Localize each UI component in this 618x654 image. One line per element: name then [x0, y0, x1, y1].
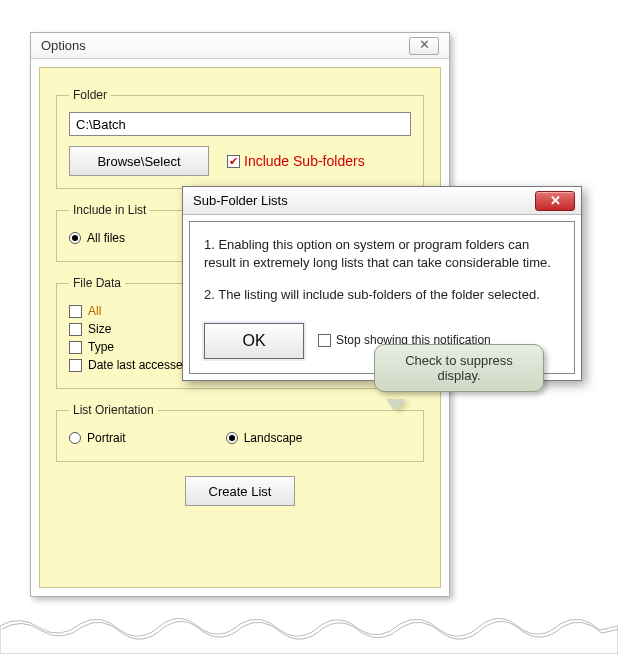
landscape-radio[interactable]: Landscape — [226, 431, 303, 445]
callout-text: Check to suppress display. — [405, 353, 513, 383]
radio-icon — [69, 432, 81, 444]
include-subfolders-checkbox[interactable]: Include Sub-folders — [227, 153, 365, 169]
portrait-label: Portrait — [87, 431, 126, 445]
radio-icon — [69, 232, 81, 244]
checkbox-icon — [69, 359, 82, 372]
dialog-para-2: 2. The listing will include sub-folders … — [204, 286, 560, 304]
folder-path-input[interactable] — [69, 112, 411, 136]
landscape-label: Landscape — [244, 431, 303, 445]
close-icon[interactable]: ✕ — [535, 191, 575, 211]
orientation-row: Portrait Landscape — [69, 427, 411, 449]
checkbox-icon — [318, 334, 331, 347]
folder-row: Browse\Select Include Sub-folders — [69, 146, 411, 176]
checkbox-icon — [69, 305, 82, 318]
file-data-type-label: Type — [88, 340, 114, 354]
options-titlebar: Options ✕ — [31, 33, 449, 59]
checkbox-icon — [69, 341, 82, 354]
checkbox-icon — [69, 323, 82, 336]
checkbox-icon — [227, 155, 240, 168]
browse-button[interactable]: Browse\Select — [69, 146, 209, 176]
folder-group: Folder Browse\Select Include Sub-folders — [56, 88, 424, 189]
radio-icon — [226, 432, 238, 444]
orientation-group: List Orientation Portrait Landscape — [56, 403, 424, 462]
all-files-label: All files — [87, 231, 125, 245]
include-subfolders-label: Include Sub-folders — [244, 153, 365, 169]
include-in-list-legend: Include in List — [69, 203, 150, 217]
folder-legend: Folder — [69, 88, 111, 102]
dialog-titlebar: Sub-Folder Lists ✕ — [183, 187, 581, 215]
orientation-legend: List Orientation — [69, 403, 158, 417]
portrait-radio[interactable]: Portrait — [69, 431, 126, 445]
close-icon[interactable]: ✕ — [409, 37, 439, 55]
dialog-para-1: 1. Enabling this option on system or pro… — [204, 236, 560, 272]
callout-bubble: Check to suppress display. — [374, 344, 544, 392]
dialog-title: Sub-Folder Lists — [193, 193, 288, 208]
file-data-size-label: Size — [88, 322, 111, 336]
ok-button[interactable]: OK — [204, 323, 304, 359]
file-data-all-label: All — [88, 304, 101, 318]
options-title: Options — [41, 33, 86, 59]
file-data-legend: File Data — [69, 276, 125, 290]
create-list-button[interactable]: Create List — [185, 476, 295, 506]
torn-edge-decoration — [0, 606, 618, 654]
file-data-date-label: Date last accessed — [88, 358, 189, 372]
